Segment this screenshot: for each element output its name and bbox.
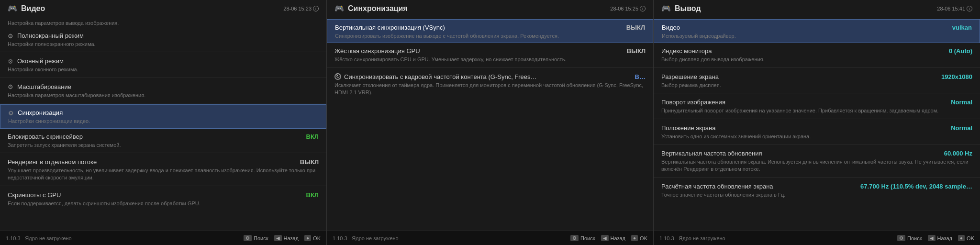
info-icon: i: [313, 6, 319, 11]
back-icon: ◀: [928, 235, 935, 241]
menu-item-desc: Исключает отклонения от таймера ядра. Пр…: [334, 82, 646, 99]
menu-item-value: ВКЛ: [306, 191, 319, 199]
menu-item-0-3[interactable]: МасштабированиеНастройка параметров масш…: [0, 79, 326, 102]
footer-version: 1.10.3 - Ядро не загружено: [659, 235, 725, 241]
menu-item-desc: Выбор дисплея для вывода изображения.: [661, 56, 972, 65]
menu-item-label-text: Поворот изображения: [661, 99, 725, 106]
info-icon: i: [640, 6, 646, 11]
back-icon: ◀: [601, 235, 609, 241]
menu-item-value: 1920x1080: [941, 73, 972, 80]
footer-ok-button[interactable]: ●OK: [631, 235, 647, 241]
menu-item-label-text: Вертикальная частота обновления: [661, 150, 762, 157]
menu-item-1-0[interactable]: Вертикальная синхронизация (VSync)ВЫКЛСи…: [327, 19, 653, 43]
back-icon: ◀: [274, 235, 282, 241]
menu-item-desc: Запретить запуск хранителя экрана систем…: [8, 142, 319, 151]
menu-item-label-text: Жёсткая синхронизация GPU: [334, 47, 420, 55]
divider: [654, 177, 980, 178]
menu-item-desc: Используемый видеодрайвер.: [662, 33, 972, 42]
menu-item-2-1[interactable]: Индекс монитора0 (Auto)Выбор дисплея для…: [654, 43, 980, 66]
divider: [0, 153, 326, 153]
footer-ok-button[interactable]: ●OK: [958, 235, 974, 241]
ok-icon: ●: [631, 235, 638, 241]
footer-search-button[interactable]: ⚙Поиск: [570, 235, 595, 241]
menu-item-desc: Настройки оконного режима.: [8, 66, 319, 75]
info-icon: i: [967, 6, 972, 11]
panel-icon-sync: 🎮: [334, 4, 344, 13]
menu-item-0-5[interactable]: Блокировать скринсейверВКЛЗапретить запу…: [0, 129, 326, 152]
panel-content-output: ВидеоvulkanИспользуемый видеодрайвер.Инд…: [654, 17, 980, 231]
menu-item-desc: Жёстко синхронизировать CPU и GPU. Умень…: [334, 56, 646, 65]
panel-title-output: Вывод: [675, 4, 701, 13]
menu-item-label-text: Синхронизация: [18, 109, 63, 116]
panel-timestamp-output: 28-06 15:41 i: [937, 6, 972, 11]
menu-item-label-text: Рендеринг в отдельном потоке: [8, 158, 97, 166]
menu-item-desc: Настройка параметров масштабирования изо…: [8, 92, 319, 101]
menu-item-value: vulkan: [952, 24, 972, 31]
menu-item-desc: Настройки полноэкранного режима.: [8, 41, 319, 50]
panel-timestamp-sync: 28-06 15:25 i: [610, 6, 646, 11]
menu-item-value: 67.700 Hz (110.5% dev, 2048 sample…: [860, 183, 972, 190]
divider: [0, 78, 326, 78]
menu-item-desc: Настройки синхронизации видео.: [8, 118, 318, 127]
footer-back-button[interactable]: ◀Назад: [928, 235, 953, 241]
divider: [654, 67, 980, 68]
footer-back-button[interactable]: ◀Назад: [601, 235, 626, 241]
footer-version: 1.10.3 - Ядро не загружено: [6, 235, 72, 241]
footer-ok-button[interactable]: ●OK: [304, 235, 321, 241]
menu-item-0-6[interactable]: Рендеринг в отдельном потокеВЫКЛУлучшает…: [0, 154, 326, 185]
panel-header-video: 🎮Видео28-06 15:23 i: [0, 0, 326, 17]
menu-item-value: В…: [635, 73, 646, 80]
divider: [327, 67, 653, 68]
divider: [0, 103, 326, 103]
panel-output: 🎮Вывод28-06 15:41 iВидеоvulkanИспользуем…: [654, 0, 980, 231]
footer-back-button[interactable]: ◀Назад: [274, 235, 299, 241]
menu-item-value: 60.000 Hz: [944, 150, 972, 157]
menu-item-value: Normal: [951, 99, 972, 106]
menu-item-label-text: Разрешение экрана: [661, 73, 719, 80]
search-icon: ⚙: [570, 235, 579, 241]
footer-version: 1.10.3 - Ядро не загружено: [333, 235, 399, 241]
menu-item-0-4[interactable]: СинхронизацияНастройки синхронизации вид…: [0, 104, 326, 128]
menu-item-2-0[interactable]: ВидеоvulkanИспользуемый видеодрайвер.: [654, 19, 980, 43]
footer-ok-label: OK: [967, 235, 974, 241]
footer-search-button[interactable]: ⚙Поиск: [244, 235, 268, 241]
menu-item-value: ВЫКЛ: [627, 47, 646, 55]
menu-item-2-2[interactable]: Разрешение экрана1920x1080Выбор режима д…: [654, 69, 980, 92]
footer-search-label: Поиск: [907, 235, 922, 241]
ok-icon: ●: [304, 235, 311, 241]
panel-video: 🎮Видео28-06 15:23 iНастройка параметров …: [0, 0, 327, 231]
menu-item-2-4[interactable]: Положение экранаNormalУстановить одно из…: [654, 120, 980, 143]
menu-item-desc: Улучшает производительность, но увеличив…: [8, 167, 319, 184]
search-icon: ⚙: [244, 235, 252, 241]
footer-ok-label: OK: [313, 235, 321, 241]
menu-item-value: Normal: [951, 124, 972, 132]
menu-item-desc: Синхронизировать изображение на выходе с…: [335, 33, 645, 42]
menu-item-desc: Принудительный поворот изображения на ук…: [661, 107, 972, 116]
divider: [654, 119, 980, 119]
menu-item-2-6[interactable]: Расчётная частота обновления экрана67.70…: [654, 178, 980, 201]
menu-item-1-1[interactable]: Жёсткая синхронизация GPUВЫКЛЖёстко синх…: [327, 43, 653, 66]
footer-bar: 1.10.3 - Ядро не загружено⚙Поиск◀Назад●O…: [0, 231, 980, 245]
footer-panel-output: 1.10.3 - Ядро не загружено⚙Поиск◀Назад●O…: [654, 231, 980, 245]
menu-item-0-1[interactable]: Полноэкранный режимНастройки полноэкранн…: [0, 28, 326, 51]
menu-item-label-text: Синхронизировать с кадровой частотой кон…: [344, 73, 537, 80]
menu-item-0-2[interactable]: Оконный режимНастройки оконного режима.: [0, 53, 326, 76]
divider: [0, 186, 326, 186]
divider: [0, 52, 326, 52]
menu-item-value: ВЫКЛ: [626, 24, 645, 31]
menu-item-1-2[interactable]: ↻Синхронизировать с кадровой частотой ко…: [327, 69, 653, 100]
menu-item-2-3[interactable]: Поворот изображенияNormalПринудительный …: [654, 94, 980, 117]
menu-item-label-text: Расчётная частота обновления экрана: [661, 183, 773, 190]
menu-item-label-text: Оконный режим: [17, 57, 64, 65]
gear-icon: [8, 83, 14, 90]
menu-item-0-7[interactable]: Скриншоты с GPUВКЛЕсли поддерживается, д…: [0, 187, 326, 210]
menu-item-2-5[interactable]: Вертикальная частота обновления60.000 Hz…: [654, 145, 980, 176]
ok-icon: ●: [958, 235, 965, 241]
menu-item-desc: Точное значение частоты обновления экран…: [661, 191, 972, 200]
footer-search-button[interactable]: ⚙Поиск: [897, 235, 922, 241]
menu-item-desc: Если поддерживается, делать скриншоты из…: [8, 200, 319, 209]
menu-item-label-text: Блокировать скринсейвер: [8, 133, 83, 140]
panel-icon-video: 🎮: [8, 4, 17, 13]
gear-icon: [8, 110, 15, 116]
panels-container: 🎮Видео28-06 15:23 iНастройка параметров …: [0, 0, 980, 231]
